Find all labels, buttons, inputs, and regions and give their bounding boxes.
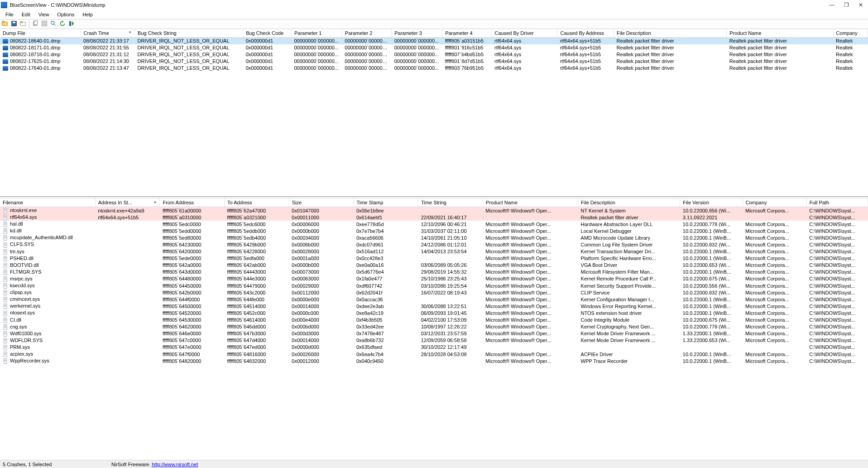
col-from-address[interactable]: From Address: [160, 198, 225, 207]
col-company[interactable]: Company: [833, 29, 868, 38]
svg-rect-57: [5, 279, 6, 279]
col-size[interactable]: Size: [289, 198, 354, 207]
module-row[interactable]: cmimcext.sysfffff805`644f0000fffff805`64…: [0, 296, 868, 303]
col-caused-by-driver[interactable]: Caused By Driver: [492, 29, 557, 38]
module-row[interactable]: ksecdd.sysfffff805`64450000fffff805`6447…: [0, 282, 868, 289]
svg-rect-5: [20, 22, 22, 23]
dump-row[interactable]: 080822-18171-01.dmp08/08/2022 21:31:55DR…: [0, 44, 868, 51]
col-crash-time[interactable]: Crash Time▼: [81, 29, 135, 38]
col-bug-check-code[interactable]: Bug Check Code: [243, 29, 292, 38]
find-icon[interactable]: [50, 20, 57, 28]
svg-rect-101: [5, 354, 6, 354]
module-row[interactable]: msrpc.sysfffff805`64480000fffff805`644e3…: [0, 275, 868, 282]
maximize-button[interactable]: ❐: [844, 2, 849, 8]
col-parameter-2[interactable]: Parameter 2: [342, 29, 391, 38]
svg-rect-3: [13, 22, 15, 24]
col-file-description[interactable]: File Description: [614, 29, 727, 38]
col-parameter-1[interactable]: Parameter 1: [291, 29, 342, 38]
dumps-pane[interactable]: Dump FileCrash Time▼Bug Check StringBug …: [0, 29, 868, 197]
module-row[interactable]: mcupdate_AuthenticAMD.dllfffff805`5ed800…: [0, 234, 868, 241]
col-product-name[interactable]: Product Name: [727, 29, 833, 38]
title-bar: BlueScreenView - C:\WINDOWS\Minidump — ❐…: [0, 0, 868, 10]
open-icon[interactable]: [2, 20, 8, 28]
close-button[interactable]: ✕: [858, 2, 863, 8]
col-time-string[interactable]: Time String: [418, 198, 483, 207]
svg-rect-1: [2, 21, 4, 23]
svg-rect-90: [5, 334, 6, 334]
col-time-stamp[interactable]: Time Stamp: [354, 198, 418, 207]
module-row[interactable]: BOOTVID.dllfffff805`642a0000fffff805`642…: [0, 262, 868, 269]
svg-rect-70: [5, 299, 6, 300]
col-parameter-4[interactable]: Parameter 4: [442, 29, 492, 38]
status-bar: 5 Crashes, 1 Selected NirSoft Freeware. …: [0, 460, 868, 468]
svg-rect-56: [5, 278, 6, 278]
col-caused-by-address[interactable]: Caused By Address: [557, 29, 614, 38]
module-row[interactable]: werkernel.sysfffff805`64500000fffff805`6…: [0, 303, 868, 309]
module-row[interactable]: cng.sysfffff805`64620000fffff805`646dd00…: [0, 323, 868, 330]
svg-rect-34: [5, 238, 6, 238]
dump-row[interactable]: 080822-18718-01.dmp08/08/2022 21:31:12DR…: [0, 51, 868, 58]
svg-rect-65: [5, 292, 6, 293]
dump-file-icon: [3, 39, 8, 43]
svg-rect-76: [5, 312, 6, 313]
col-company[interactable]: Company: [743, 198, 806, 207]
module-row[interactable]: WppRecorder.sysfffff805`64820000fffff805…: [0, 357, 868, 364]
col-address-in-st-[interactable]: Address In St...▲: [95, 198, 160, 207]
modules-table[interactable]: FilenameAddress In St...▲From AddressTo …: [0, 198, 868, 364]
svg-rect-54: [5, 272, 6, 273]
col-full-path[interactable]: Full Path: [806, 198, 868, 207]
col-file-version[interactable]: File Version: [680, 198, 743, 207]
col-to-address[interactable]: To Address: [225, 198, 289, 207]
module-row[interactable]: Wdf01000.sysfffff805`646e0000fffff805`64…: [0, 330, 868, 337]
module-row[interactable]: hal.dllfffff805`5edc0000fffff805`5edc600…: [0, 221, 868, 227]
module-row[interactable]: clipsp.sysfffff805`642b0000fffff805`643c…: [0, 289, 868, 296]
options-icon[interactable]: [68, 20, 75, 28]
svg-rect-73: [5, 306, 6, 306]
col-product-name[interactable]: Product Name: [483, 198, 578, 207]
menu-file[interactable]: File: [2, 11, 17, 18]
menu-view[interactable]: View: [35, 11, 53, 18]
module-file-icon: [3, 311, 8, 316]
menu-edit[interactable]: Edit: [18, 11, 34, 18]
dump-row[interactable]: 080822-17640-01.dmp08/08/2022 21:13:47DR…: [0, 65, 868, 72]
module-row[interactable]: CLFS.SYSfffff805`64230000fffff805`6429b0…: [0, 241, 868, 248]
dumps-table[interactable]: Dump FileCrash Time▼Bug Check StringBug …: [0, 29, 868, 72]
module-row[interactable]: WDFLDR.SYSfffff805`647c0000fffff805`647d…: [0, 337, 868, 344]
col-filename[interactable]: Filename: [0, 198, 95, 207]
svg-rect-96: [5, 346, 6, 347]
module-row[interactable]: ntosext.sysfffff805`64520000fffff805`645…: [0, 309, 868, 316]
col-file-description[interactable]: File Description: [578, 198, 680, 207]
save-icon[interactable]: [11, 20, 17, 28]
svg-rect-93: [5, 340, 6, 340]
explorer-icon[interactable]: [20, 20, 26, 28]
col-parameter-3[interactable]: Parameter 3: [392, 29, 442, 38]
copy-icon[interactable]: [32, 20, 38, 28]
nirsoft-link[interactable]: http://www.nirsoft.net: [152, 462, 198, 467]
modules-pane[interactable]: FilenameAddress In St...▲From AddressTo …: [0, 198, 868, 460]
dump-row[interactable]: 080822-17625-01.dmp08/08/2022 21:14:30DR…: [0, 58, 868, 65]
window-title: BlueScreenView - C:\WINDOWS\Minidump: [10, 2, 829, 8]
module-row[interactable]: acpiex.sysfffff805`647f0000fffff805`6481…: [0, 351, 868, 357]
module-row[interactable]: ntoskrnl.exentoskrnl.exe+42a9a9fffff805`…: [0, 207, 868, 214]
dump-row[interactable]: 080822-18640-01.dmp08/08/2022 21:33:17DR…: [0, 38, 868, 44]
module-row[interactable]: PSHED.dllfffff805`5ede0000fffff805`5edfa…: [0, 255, 868, 262]
module-row[interactable]: CI.dllfffff805`64530000fffff805`64614000…: [0, 317, 868, 323]
minimize-button[interactable]: —: [829, 2, 834, 8]
dump-file-icon: [3, 66, 8, 71]
refresh-icon[interactable]: [59, 20, 66, 28]
module-row[interactable]: PRM.sysfffff805`647e0000fffff805`647ed00…: [0, 344, 868, 351]
svg-rect-88: [5, 333, 6, 333]
module-row[interactable]: kd.dllfffff805`5edd0000fffff805`5eddb000…: [0, 227, 868, 234]
menu-help[interactable]: Help: [79, 11, 96, 18]
col-dump-file[interactable]: Dump File: [0, 29, 81, 38]
properties-icon[interactable]: [41, 20, 48, 28]
svg-rect-64: [5, 291, 6, 292]
svg-rect-72: [5, 305, 6, 305]
module-row[interactable]: rtf64x64.sysrtf64x64.sys+51b5fffff805`a0…: [0, 214, 868, 221]
menu-options[interactable]: Options: [53, 11, 78, 18]
module-file-icon: [3, 276, 8, 282]
module-row[interactable]: FLTMGR.SYSfffff805`643d0000fffff805`6444…: [0, 269, 868, 275]
module-row[interactable]: tm.sysfffff805`64200000fffff805`64228000…: [0, 248, 868, 255]
svg-rect-26: [5, 224, 6, 225]
col-bug-check-string[interactable]: Bug Check String: [135, 29, 243, 38]
